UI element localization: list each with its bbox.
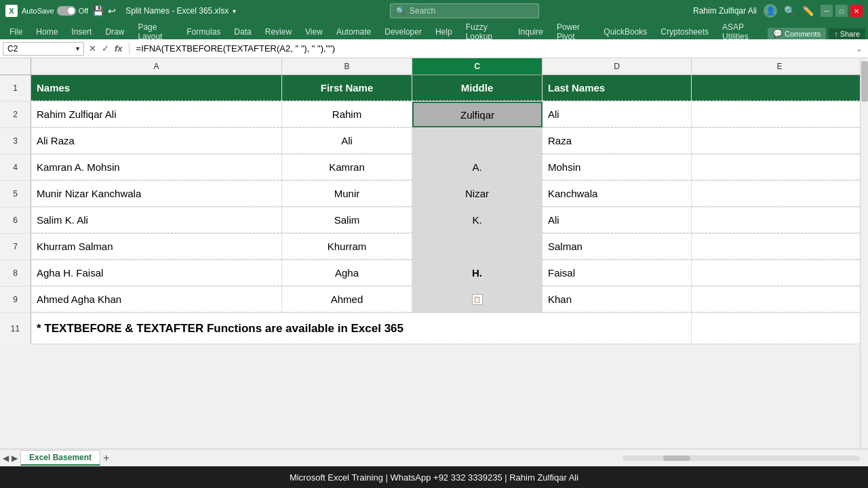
cell-c4[interactable]: A. bbox=[412, 155, 542, 180]
cell-name-dropdown-icon[interactable]: ▾ bbox=[76, 45, 79, 52]
cell-c3[interactable] bbox=[412, 128, 542, 154]
cell-d5[interactable]: Kanchwala bbox=[542, 181, 692, 207]
cancel-formula-icon[interactable]: ✕ bbox=[87, 43, 98, 54]
cell-c8[interactable]: H. bbox=[412, 260, 542, 286]
cell-a3[interactable]: Ali Raza bbox=[31, 128, 282, 154]
tab-data[interactable]: Data bbox=[227, 24, 258, 39]
search-input[interactable] bbox=[410, 6, 518, 16]
cell-b3[interactable]: Ali bbox=[282, 128, 412, 154]
header-cell-names[interactable]: Names bbox=[31, 75, 282, 101]
maximize-button[interactable]: □ bbox=[835, 5, 848, 17]
cell-c9[interactable]: 📋 bbox=[412, 287, 542, 312]
tab-draw[interactable]: Draw bbox=[98, 24, 131, 39]
cell-name-box[interactable]: C2 ▾ bbox=[3, 42, 84, 56]
cell-b7[interactable]: Khurram bbox=[282, 234, 412, 260]
autosave-toggle[interactable]: AutoSave Off bbox=[22, 6, 88, 16]
tab-automate[interactable]: Automate bbox=[330, 24, 378, 39]
add-sheet-button[interactable]: + bbox=[103, 452, 109, 464]
share-button[interactable]: ↑ Share bbox=[829, 28, 865, 39]
row-num-2: 2 bbox=[0, 102, 31, 127]
cell-c2[interactable]: Zulfiqar bbox=[412, 102, 542, 127]
table-row: 8 Agha H. Faisal Agha H. Faisal bbox=[0, 260, 868, 287]
tab-formulas[interactable]: Formulas bbox=[180, 24, 227, 39]
insert-function-icon[interactable]: fx bbox=[113, 43, 125, 54]
tab-quickbooks[interactable]: QuickBooks bbox=[597, 24, 654, 39]
confirm-formula-icon[interactable]: ✓ bbox=[100, 43, 111, 54]
col-header-e[interactable]: E bbox=[692, 58, 868, 75]
comments-button[interactable]: 💬 Comments bbox=[768, 28, 826, 39]
cell-e2[interactable] bbox=[692, 102, 868, 127]
cell-a6[interactable]: Salim K. Ali bbox=[31, 207, 282, 233]
col-header-d[interactable]: D bbox=[542, 58, 692, 75]
col-header-b[interactable]: B bbox=[282, 58, 412, 75]
tab-asap-utilities[interactable]: ASAP Utilities bbox=[715, 24, 768, 39]
col-header-c[interactable]: C bbox=[412, 58, 542, 75]
cell-e6[interactable] bbox=[692, 207, 868, 233]
sheet-tab-excel-basement[interactable]: Excel Basement bbox=[20, 450, 100, 466]
autosave-toggle-switch[interactable] bbox=[57, 6, 76, 16]
cell-b9[interactable]: Ahmed bbox=[282, 287, 412, 312]
cell-c5[interactable]: Nizar bbox=[412, 181, 542, 207]
header-cell-last-names[interactable]: Last Names bbox=[542, 75, 692, 101]
cell-d8[interactable]: Faisal bbox=[542, 260, 692, 286]
search-box[interactable]: 🔍 bbox=[390, 3, 539, 18]
cell-e4[interactable] bbox=[692, 155, 868, 180]
header-cell-middle[interactable]: Middle bbox=[412, 75, 542, 101]
paste-options-icon[interactable]: 📋 bbox=[472, 294, 483, 305]
formula-expand-icon[interactable]: ⌄ bbox=[853, 44, 865, 54]
cell-a2[interactable]: Rahim Zulfiqar Ali bbox=[31, 102, 282, 127]
status-bar: Microsoft Excel Training | WhatsApp +92 … bbox=[0, 466, 868, 488]
col-header-a[interactable]: A bbox=[31, 58, 282, 75]
horizontal-scrollbar[interactable] bbox=[623, 455, 860, 461]
header-cell-first-name[interactable]: First Name bbox=[282, 75, 412, 101]
cell-e7[interactable] bbox=[692, 234, 868, 260]
cell-e9[interactable] bbox=[692, 287, 868, 312]
next-sheet-icon[interactable]: ▶ bbox=[12, 453, 18, 463]
cell-b5[interactable]: Munir bbox=[282, 181, 412, 207]
tab-review[interactable]: Review bbox=[258, 24, 298, 39]
cell-d3[interactable]: Raza bbox=[542, 128, 692, 154]
tab-file[interactable]: File bbox=[3, 24, 29, 39]
cell-a9[interactable]: Ahmed Agha Khan bbox=[31, 287, 282, 312]
tab-inquire[interactable]: Inquire bbox=[511, 24, 550, 39]
cell-b4[interactable]: Kamran bbox=[282, 155, 412, 180]
tab-help[interactable]: Help bbox=[429, 24, 459, 39]
cell-d9[interactable]: Khan bbox=[542, 287, 692, 312]
cell-e5[interactable] bbox=[692, 181, 868, 207]
undo-icon[interactable]: ↩ bbox=[108, 5, 116, 16]
cell-c7[interactable] bbox=[412, 234, 542, 260]
cell-a4[interactable]: Kamran A. Mohsin bbox=[31, 155, 282, 180]
cell-c6[interactable]: K. bbox=[412, 207, 542, 233]
formula-input[interactable] bbox=[134, 43, 850, 54]
cell-d4[interactable]: Mohsin bbox=[542, 155, 692, 180]
cell-a8[interactable]: Agha H. Faisal bbox=[31, 260, 282, 286]
save-icon[interactable]: 💾 bbox=[92, 5, 104, 16]
tab-view[interactable]: View bbox=[298, 24, 330, 39]
cell-d7[interactable]: Salman bbox=[542, 234, 692, 260]
edit-icon[interactable]: ✏️ bbox=[802, 5, 814, 16]
prev-sheet-icon[interactable]: ◀ bbox=[3, 453, 9, 463]
cell-e8[interactable] bbox=[692, 260, 868, 286]
cell-a5[interactable]: Munir Nizar Kanchwala bbox=[31, 181, 282, 207]
tab-home[interactable]: Home bbox=[29, 24, 64, 39]
cell-b2[interactable]: Rahim bbox=[282, 102, 412, 127]
cell-d6[interactable]: Ali bbox=[542, 207, 692, 233]
cell-b6[interactable]: Salim bbox=[282, 207, 412, 233]
vertical-scrollbar[interactable] bbox=[860, 58, 868, 449]
close-button[interactable]: ✕ bbox=[850, 5, 863, 17]
horizontal-scrollbar-thumb[interactable] bbox=[663, 455, 690, 461]
cell-d2[interactable]: Ali bbox=[542, 102, 692, 127]
search-people-icon[interactable]: 🔍 bbox=[784, 5, 795, 16]
cell-e3[interactable] bbox=[692, 128, 868, 154]
tab-insert[interactable]: Insert bbox=[64, 24, 98, 39]
cell-a7[interactable]: Khurram Salman bbox=[31, 234, 282, 260]
vertical-scrollbar-thumb[interactable] bbox=[861, 61, 868, 102]
tab-developer[interactable]: Developer bbox=[378, 24, 429, 39]
tab-page-layout[interactable]: Page Layout bbox=[131, 24, 180, 39]
tab-cryptosheets[interactable]: Cryptosheets bbox=[654, 24, 715, 39]
minimize-button[interactable]: ─ bbox=[821, 5, 833, 17]
user-avatar-icon[interactable]: 👤 bbox=[764, 4, 777, 18]
tab-fuzzy-lookup[interactable]: Fuzzy Lookup bbox=[459, 24, 512, 39]
tab-power-pivot[interactable]: Power Pivot bbox=[550, 24, 597, 39]
cell-b8[interactable]: Agha bbox=[282, 260, 412, 286]
